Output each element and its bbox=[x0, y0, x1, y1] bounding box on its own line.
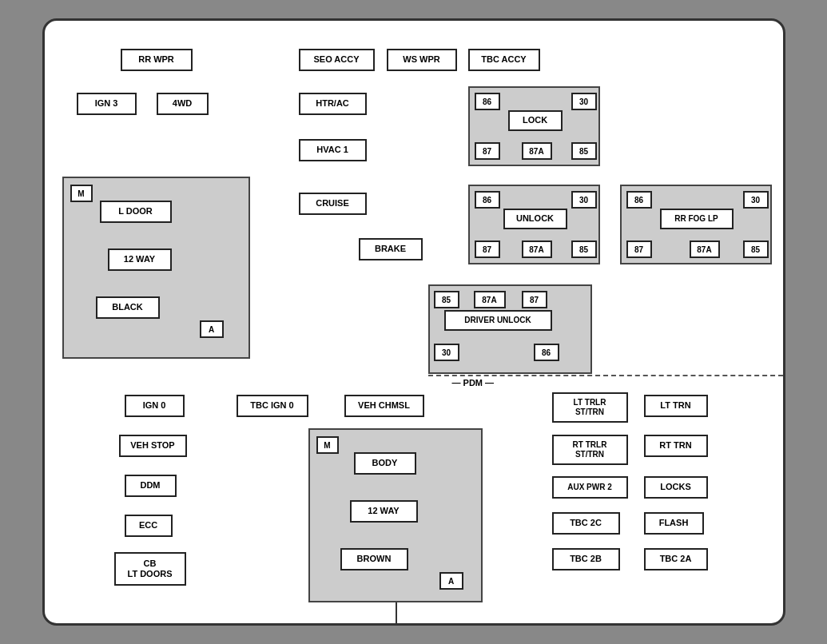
ddm-box: DDM bbox=[125, 475, 177, 497]
flash-box: FLASH bbox=[644, 512, 704, 535]
body-brown: BROWN bbox=[340, 548, 408, 570]
ldoor-black: BLACK bbox=[96, 296, 160, 319]
unlock-30: 30 bbox=[571, 191, 597, 209]
lt-trlr-st-trn-box: LT TRLRST/TRN bbox=[552, 392, 628, 423]
lock-30: 30 bbox=[571, 93, 597, 110]
lock-85: 85 bbox=[571, 142, 597, 160]
hvac1-box: HVAC 1 bbox=[299, 139, 367, 161]
body-label: BODY bbox=[354, 452, 416, 475]
unlock-86: 86 bbox=[475, 191, 500, 209]
rt-trn-box: RT TRN bbox=[644, 435, 708, 457]
pdm-line bbox=[428, 375, 783, 376]
ecc-box: ECC bbox=[125, 515, 173, 537]
brake-box: BRAKE bbox=[359, 238, 423, 260]
fog-30: 30 bbox=[743, 191, 769, 209]
unlock-relay-group: 86 30 UNLOCK 87 87A 85 bbox=[468, 185, 600, 264]
body-m: M bbox=[316, 436, 339, 454]
pdm-label: — PDM — bbox=[452, 378, 495, 388]
body-a: A bbox=[439, 572, 463, 590]
driver-unlock-relay-group: 85 87A 87 DRIVER UNLOCK 30 86 bbox=[428, 284, 592, 374]
lock-87: 87 bbox=[475, 142, 500, 160]
ldoor-12way: 12 WAY bbox=[108, 248, 172, 271]
du-85: 85 bbox=[434, 291, 459, 308]
du-30: 30 bbox=[434, 344, 459, 361]
aux-pwr2-box: AUX PWR 2 bbox=[552, 476, 628, 499]
du-87a: 87A bbox=[474, 291, 506, 308]
ldoor-a: A bbox=[200, 320, 224, 338]
driver-unlock-label: DRIVER UNLOCK bbox=[444, 310, 552, 331]
cruise-box: CRUISE bbox=[299, 193, 367, 215]
lock-relay-group: 86 30 LOCK 87 87A 85 bbox=[468, 86, 600, 166]
lock-label: LOCK bbox=[508, 110, 563, 131]
cb-lt-doors-box: CBLT DOORS bbox=[114, 552, 186, 586]
4wd-box: 4WD bbox=[157, 93, 209, 115]
tbc-2c-box: TBC 2C bbox=[552, 512, 620, 535]
fog-87: 87 bbox=[626, 241, 652, 258]
unlock-87a: 87A bbox=[522, 241, 552, 258]
body-group: M BODY 12 WAY BROWN A bbox=[308, 428, 483, 602]
locks-box: LOCKS bbox=[644, 476, 708, 499]
l-door-group: M L DOOR 12 WAY BLACK A bbox=[62, 177, 250, 359]
ldoor-label: L DOOR bbox=[100, 201, 172, 223]
body-12way: 12 WAY bbox=[350, 500, 418, 523]
du-87: 87 bbox=[522, 291, 547, 308]
ign0-box: IGN 0 bbox=[125, 395, 185, 417]
fuse-diagram: RR WPR SEO ACCY WS WPR TBC ACCY IGN 3 4W… bbox=[42, 18, 785, 626]
rr-fog-relay-group: 86 30 RR FOG LP 87 87A 85 bbox=[620, 185, 772, 264]
tbc-ign0-box: TBC IGN 0 bbox=[237, 395, 308, 417]
lock-87a: 87A bbox=[522, 142, 552, 160]
tbc-2b-box: TBC 2B bbox=[552, 548, 620, 570]
veh-chmsl-box: VEH CHMSL bbox=[344, 395, 424, 417]
fog-85: 85 bbox=[743, 241, 769, 258]
htr-ac-box: HTR/AC bbox=[299, 93, 367, 115]
lt-trn-box: LT TRN bbox=[644, 395, 708, 417]
tbc-accy-box: TBC ACCY bbox=[468, 49, 540, 71]
rt-trlr-st-trn-box: RT TRLRST/TRN bbox=[552, 435, 628, 465]
unlock-85: 85 bbox=[571, 241, 597, 258]
veh-stop-box: VEH STOP bbox=[119, 435, 187, 457]
fog-87a: 87A bbox=[690, 241, 720, 258]
unlock-87: 87 bbox=[475, 241, 500, 258]
seo-accy-box: SEO ACCY bbox=[299, 49, 375, 71]
fog-86: 86 bbox=[626, 191, 652, 209]
ws-wpr-box: WS WPR bbox=[387, 49, 457, 71]
unlock-label: UNLOCK bbox=[503, 209, 567, 229]
fog-label: RR FOG LP bbox=[660, 209, 734, 229]
ldoor-m: M bbox=[70, 185, 93, 202]
ign3-box: IGN 3 bbox=[77, 93, 137, 115]
tbc-2a-box: TBC 2A bbox=[644, 548, 708, 570]
du-86: 86 bbox=[534, 344, 559, 361]
rr-wpr-box: RR WPR bbox=[121, 49, 193, 71]
lock-86: 86 bbox=[475, 93, 500, 110]
